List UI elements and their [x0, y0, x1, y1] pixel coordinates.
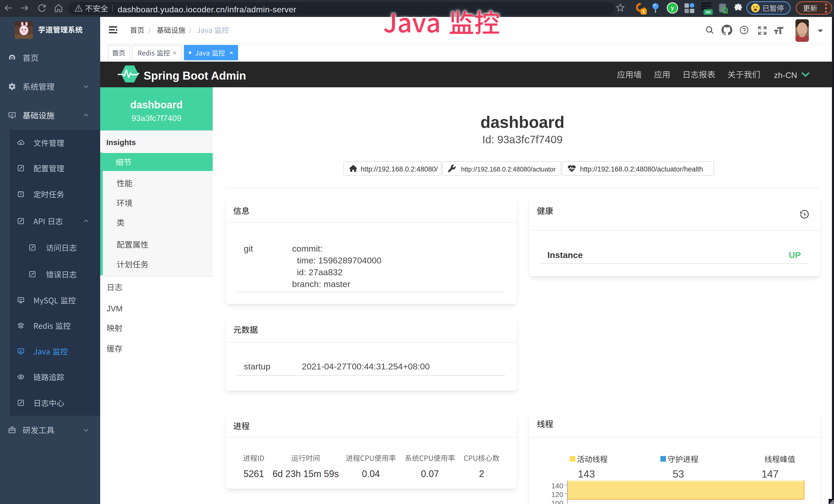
svg-text:on: on [706, 10, 711, 14]
svg-text:1: 1 [642, 9, 645, 14]
svg-text:y: y [671, 5, 674, 11]
